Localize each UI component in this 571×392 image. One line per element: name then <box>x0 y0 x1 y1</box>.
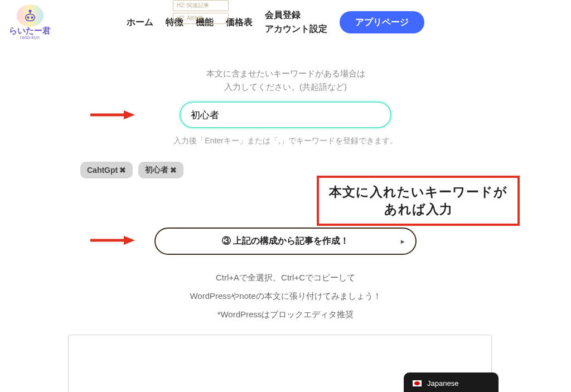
annotation-line-1: 本文に入れたいキーワードが <box>329 183 507 201</box>
language-selector[interactable]: Japanese <box>404 372 499 392</box>
svg-marker-8 <box>124 236 135 245</box>
logo-subtext: raita-kun <box>20 35 40 40</box>
language-label: Japanese <box>427 379 458 388</box>
tag-label: 初心者 <box>145 165 168 175</box>
nav-home[interactable]: ホーム <box>127 17 153 28</box>
svg-marker-6 <box>124 110 135 119</box>
generate-button-label: ③ 上記の構成から記事を作成！ <box>222 235 349 247</box>
nav: ホーム 特徴 機能 価格表 会員登録 アカウント設定 アプリページ <box>127 9 424 35</box>
annotation-box: 本文に入れたいキーワードが あれば入力 <box>317 176 520 226</box>
arrow-annotation-1 <box>90 109 135 120</box>
arrow-icon <box>90 235 135 246</box>
svg-point-4 <box>31 17 33 18</box>
logo-icon <box>17 4 43 27</box>
background-hint-box: H2: 関連記事 H2: AI特徴 <box>173 0 229 26</box>
bg-hint-1: H2: 関連記事 <box>173 0 229 11</box>
instruction-line-1: 本文に含ませたいキーワードがある場合は <box>68 67 503 80</box>
tips-line-1: Ctrl+Aで全選択、Ctrl+Cでコピーして <box>68 268 503 287</box>
logo[interactable]: らいたー君 raita-kun <box>9 4 51 40</box>
svg-point-0 <box>29 10 31 12</box>
tips-section: Ctrl+Aで全選択、Ctrl+Cでコピーして WordPressやnoteの本… <box>68 268 503 323</box>
nav-register[interactable]: 会員登録 <box>265 9 327 21</box>
keyword-instruction: 本文に含ませたいキーワードがある場合は 入力してください。(共起語など) <box>68 67 503 94</box>
arrow-annotation-2 <box>90 235 135 248</box>
tag-cahtgpt[interactable]: CahtGpt✖ <box>80 162 133 178</box>
arrow-icon <box>90 109 135 120</box>
close-icon[interactable]: ✖ <box>170 166 177 175</box>
close-icon[interactable]: ✖ <box>119 166 126 175</box>
nav-account[interactable]: アカウント設定 <box>265 23 327 35</box>
instruction-line-2: 入力してください。(共起語など) <box>68 80 503 94</box>
tag-label: CahtGpt <box>87 166 118 175</box>
tips-line-2: WordPressやnoteの本文に張り付けてみましょう！ <box>68 287 503 305</box>
tag-shoshinsha[interactable]: 初心者✖ <box>138 162 183 178</box>
japan-flag-icon <box>413 380 422 386</box>
keyword-input[interactable] <box>180 101 391 128</box>
tips-line-3: *WordPressはブロックエディタ推奨 <box>68 305 503 323</box>
robot-icon <box>22 8 38 23</box>
svg-point-3 <box>27 17 29 18</box>
keyword-hint: 入力後「Enterキー」または「,」でキーワードを登録できます。 <box>68 136 503 146</box>
nav-pricing[interactable]: 価格表 <box>226 17 253 28</box>
generate-article-button[interactable]: ③ 上記の構成から記事を作成！ <box>154 228 417 255</box>
header: らいたー君 raita-kun ホーム 特徴 機能 価格表 会員登録 アカウント… <box>0 0 571 45</box>
bg-hint-2: H2: AI特徴 <box>173 13 229 24</box>
annotation-line-2: あれば入力 <box>329 201 507 218</box>
app-page-button[interactable]: アプリページ <box>340 11 424 34</box>
